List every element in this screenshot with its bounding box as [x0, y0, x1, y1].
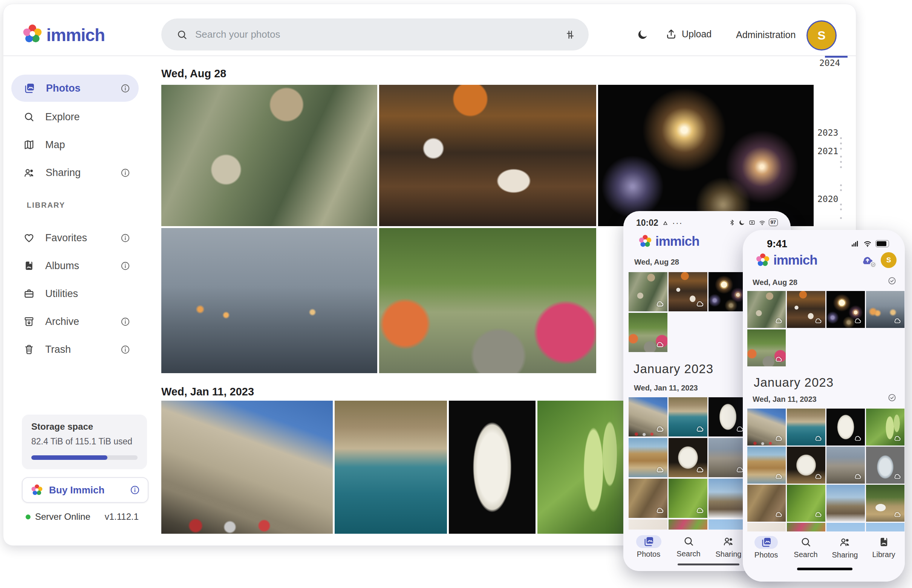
photo-row	[747, 447, 904, 484]
date-group-heading: Wed, Jan 11, 2023	[634, 384, 698, 393]
info-icon[interactable]	[120, 317, 131, 327]
tab-photos[interactable]: Photos	[637, 536, 660, 559]
tab-search[interactable]: Search	[676, 536, 700, 558]
photo-row	[629, 397, 747, 436]
photos-icon	[760, 536, 772, 548]
photo-thumbnail-fortress-wall[interactable]	[747, 409, 786, 446]
tab-sharing[interactable]: Sharing	[832, 536, 858, 559]
select-all-check-icon[interactable]	[888, 276, 897, 285]
photo-thumbnail-sea-grapes[interactable]	[866, 409, 904, 446]
photo-thumbnail-lizard-moss[interactable]	[787, 485, 825, 522]
library-book-icon	[878, 536, 889, 548]
administration-link[interactable]: Administration	[736, 29, 796, 40]
upload-button[interactable]: Upload	[665, 28, 712, 40]
photo-thumbnail-autumn-path[interactable]	[629, 313, 667, 352]
photo-thumbnail-fireworks[interactable]	[826, 291, 865, 328]
timeline-year[interactable]: 2023	[817, 128, 838, 137]
photo-thumbnail-coastal-bay[interactable]	[787, 409, 825, 446]
storage-progress-bar	[31, 456, 137, 460]
photo-thumbnail-beach-cliff[interactable]	[629, 438, 667, 477]
info-icon[interactable]	[120, 261, 131, 271]
photo-thumbnail-monkeys-jungle[interactable]	[747, 291, 786, 328]
storage-title: Storage space	[31, 422, 93, 432]
photo-thumbnail-stone-sculpture[interactable]	[668, 438, 707, 477]
status-clock: 9:41	[767, 238, 787, 250]
phone-status-bar-left: 10:02 ···	[636, 218, 683, 228]
photo-thumbnail-fireworks[interactable]	[709, 272, 747, 311]
timeline-year[interactable]: 2021	[817, 146, 838, 156]
photo-thumbnail-lizard[interactable]	[629, 479, 667, 518]
photo-thumbnail-marble-bust[interactable]	[826, 409, 865, 446]
sidebar-item-albums[interactable]: Albums	[11, 252, 139, 279]
photo-thumbnail-holding-hands[interactable]	[866, 291, 904, 328]
sidebar-item-utilities[interactable]: Utilities	[11, 280, 139, 307]
photo-thumbnail-coastal-bay[interactable]	[668, 397, 707, 436]
home-indicator[interactable]	[797, 568, 852, 570]
sidebar-item-trash[interactable]: Trash	[11, 336, 139, 363]
photo-thumbnail-autumn-path[interactable]	[379, 228, 596, 373]
sharing-people-icon	[839, 536, 851, 548]
info-icon[interactable]	[120, 233, 131, 243]
home-indicator[interactable]	[678, 564, 739, 565]
photo-thumbnail-marble-bust[interactable]	[449, 401, 536, 534]
search-filter-icon[interactable]	[565, 29, 576, 40]
photo-thumbnail-dinner-table[interactable]	[379, 85, 596, 226]
info-icon[interactable]	[120, 344, 131, 355]
bottom-nav-bar: Photos Search Sharing Library	[743, 531, 905, 582]
buy-immich-button[interactable]: Buy Immich	[22, 477, 149, 503]
photo-thumbnail-snowy-village[interactable]	[826, 485, 865, 522]
photo-thumbnail-coastal-bay[interactable]	[335, 401, 447, 534]
photo-thumbnail-monkeys-jungle[interactable]	[161, 85, 377, 226]
photo-thumbnail-fortress-wall[interactable]	[629, 397, 667, 436]
backup-cloud-icon[interactable]	[860, 252, 875, 268]
search-icon	[800, 536, 811, 548]
timeline-year[interactable]: 2020	[817, 194, 838, 204]
user-avatar[interactable]: S	[881, 252, 897, 268]
photo-thumbnail-lizard-moss[interactable]	[668, 479, 707, 518]
archive-box-icon	[23, 316, 35, 327]
select-all-check-icon[interactable]	[888, 393, 897, 402]
dark-mode-toggle-moon-icon[interactable]	[637, 28, 649, 40]
sidebar-item-explore[interactable]: Explore	[11, 103, 139, 131]
photo-thumbnail-fortress-wall[interactable]	[161, 401, 333, 534]
photo-thumbnail-beach-cliff[interactable]	[747, 447, 786, 484]
sidebar-item-archive[interactable]: Archive	[11, 308, 139, 335]
cloud-backup-icon	[695, 299, 705, 309]
search-input[interactable]	[194, 28, 565, 41]
photo-thumbnail-stone-sculpture[interactable]	[787, 447, 825, 484]
sidebar-item-sharing[interactable]: Sharing	[11, 159, 139, 186]
tab-search[interactable]: Search	[794, 536, 817, 559]
server-status-row: Server Online v1.112.1	[22, 509, 147, 524]
photo-thumbnail-castle-ruins[interactable]	[826, 447, 865, 484]
photo-thumbnail-fireworks[interactable]	[598, 85, 814, 226]
photo-thumbnail-sea-grapes[interactable]	[538, 401, 628, 534]
photo-thumbnail-autumn-path[interactable]	[747, 330, 786, 367]
photo-thumbnail-lizard[interactable]	[747, 485, 786, 522]
photo-thumbnail-farmhouse-field[interactable]	[866, 485, 904, 522]
tab-sharing[interactable]: Sharing	[716, 536, 742, 559]
timeline-year[interactable]: 2024	[819, 58, 840, 68]
sidebar-item-map[interactable]: Map	[11, 131, 139, 158]
photo-thumbnail-holding-hands[interactable]	[161, 228, 377, 373]
photo-thumbnail-castle-ruins[interactable]	[709, 438, 747, 477]
sidebar-item-favorites[interactable]: Favorites	[11, 224, 139, 251]
sidebar-item-photos[interactable]: Photos	[11, 74, 139, 102]
cellular-signal-icon	[851, 239, 860, 248]
info-icon[interactable]	[130, 485, 140, 495]
photo-thumbnail-monkeys-jungle[interactable]	[629, 272, 667, 311]
photo-thumbnail-marble-bust[interactable]	[709, 397, 747, 436]
storage-progress-fill	[31, 456, 107, 460]
photo-thumbnail-dinner-table[interactable]	[668, 272, 707, 311]
photo-thumbnail-dinner-table[interactable]	[787, 291, 825, 328]
info-icon[interactable]	[120, 168, 131, 178]
backup-check-badge	[870, 261, 876, 268]
status-triangle-icon	[662, 220, 668, 226]
tab-photos[interactable]: Photos	[754, 536, 778, 559]
timeline-scrub-indicator[interactable]	[825, 56, 847, 58]
photo-thumbnail-snowy-village[interactable]	[709, 479, 747, 518]
user-avatar[interactable]: S	[807, 20, 837, 50]
search-bar[interactable]	[161, 18, 589, 50]
tab-library[interactable]: Library	[872, 536, 895, 559]
photo-thumbnail-silver-ornament[interactable]	[866, 447, 904, 484]
info-icon[interactable]	[120, 83, 131, 94]
